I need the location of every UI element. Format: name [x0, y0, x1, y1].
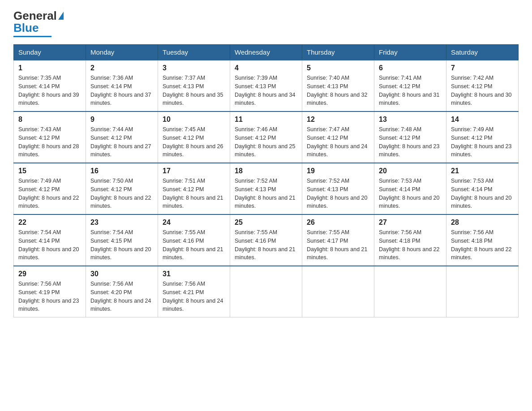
day-number: 21 — [451, 167, 514, 175]
day-info: Sunrise: 7:55 AM Sunset: 4:17 PM Dayligh… — [307, 228, 369, 262]
day-number: 11 — [235, 116, 297, 124]
week-row-2: 8 Sunrise: 7:43 AM Sunset: 4:12 PM Dayli… — [14, 111, 519, 163]
calendar-cell: 9 Sunrise: 7:44 AM Sunset: 4:12 PM Dayli… — [86, 111, 158, 163]
day-number: 19 — [307, 167, 369, 175]
day-info: Sunrise: 7:53 AM Sunset: 4:14 PM Dayligh… — [451, 177, 514, 210]
column-header-thursday: Thursday — [302, 45, 374, 60]
calendar-cell: 30 Sunrise: 7:56 AM Sunset: 4:20 PM Dayl… — [86, 266, 158, 317]
calendar-cell: 26 Sunrise: 7:55 AM Sunset: 4:17 PM Dayl… — [302, 214, 374, 266]
day-number: 10 — [163, 116, 225, 124]
calendar-cell: 19 Sunrise: 7:52 AM Sunset: 4:13 PM Dayl… — [302, 163, 374, 214]
day-number: 14 — [451, 116, 514, 124]
calendar-cell: 27 Sunrise: 7:56 AM Sunset: 4:18 PM Dayl… — [374, 214, 446, 266]
column-header-saturday: Saturday — [446, 45, 519, 60]
day-number: 31 — [163, 270, 225, 278]
calendar-header-row: SundayMondayTuesdayWednesdayThursdayFrid… — [14, 45, 519, 60]
column-header-monday: Monday — [86, 45, 158, 60]
day-number: 6 — [379, 64, 442, 72]
day-number: 1 — [18, 64, 81, 72]
column-header-wednesday: Wednesday — [230, 45, 302, 60]
calendar-cell: 16 Sunrise: 7:50 AM Sunset: 4:12 PM Dayl… — [86, 163, 158, 214]
calendar-cell: 11 Sunrise: 7:46 AM Sunset: 4:12 PM Dayl… — [230, 111, 302, 163]
day-info: Sunrise: 7:49 AM Sunset: 4:12 PM Dayligh… — [18, 177, 81, 210]
logo-blue: Blue — [13, 21, 39, 35]
calendar-cell: 4 Sunrise: 7:39 AM Sunset: 4:13 PM Dayli… — [230, 60, 302, 111]
calendar-cell: 23 Sunrise: 7:54 AM Sunset: 4:15 PM Dayl… — [86, 214, 158, 266]
calendar-cell: 25 Sunrise: 7:55 AM Sunset: 4:16 PM Dayl… — [230, 214, 302, 266]
week-row-4: 22 Sunrise: 7:54 AM Sunset: 4:14 PM Dayl… — [14, 214, 519, 266]
day-number: 5 — [307, 64, 369, 72]
day-number: 2 — [90, 64, 153, 72]
day-info: Sunrise: 7:50 AM Sunset: 4:12 PM Dayligh… — [90, 177, 153, 210]
calendar-cell: 17 Sunrise: 7:51 AM Sunset: 4:12 PM Dayl… — [158, 163, 230, 214]
calendar-cell: 15 Sunrise: 7:49 AM Sunset: 4:12 PM Dayl… — [14, 163, 86, 214]
calendar-cell: 22 Sunrise: 7:54 AM Sunset: 4:14 PM Dayl… — [14, 214, 86, 266]
calendar-cell: 21 Sunrise: 7:53 AM Sunset: 4:14 PM Dayl… — [446, 163, 519, 214]
day-number: 27 — [379, 218, 442, 227]
day-info: Sunrise: 7:56 AM Sunset: 4:19 PM Dayligh… — [18, 280, 81, 313]
calendar-cell: 13 Sunrise: 7:48 AM Sunset: 4:12 PM Dayl… — [374, 111, 446, 163]
day-number: 25 — [235, 218, 297, 227]
day-info: Sunrise: 7:55 AM Sunset: 4:16 PM Dayligh… — [163, 228, 225, 262]
day-info: Sunrise: 7:56 AM Sunset: 4:18 PM Dayligh… — [451, 228, 514, 262]
day-number: 15 — [18, 167, 81, 175]
day-number: 29 — [18, 270, 81, 278]
day-info: Sunrise: 7:56 AM Sunset: 4:21 PM Dayligh… — [163, 280, 225, 313]
day-number: 9 — [90, 116, 153, 124]
calendar-cell: 28 Sunrise: 7:56 AM Sunset: 4:18 PM Dayl… — [446, 214, 519, 266]
calendar-cell: 2 Sunrise: 7:36 AM Sunset: 4:14 PM Dayli… — [86, 60, 158, 111]
day-number: 22 — [18, 218, 81, 227]
day-info: Sunrise: 7:52 AM Sunset: 4:13 PM Dayligh… — [307, 177, 369, 210]
calendar-cell: 1 Sunrise: 7:35 AM Sunset: 4:14 PM Dayli… — [14, 60, 86, 111]
day-info: Sunrise: 7:42 AM Sunset: 4:12 PM Dayligh… — [451, 74, 514, 107]
week-row-3: 15 Sunrise: 7:49 AM Sunset: 4:12 PM Dayl… — [14, 163, 519, 214]
logo-underline — [13, 36, 51, 37]
calendar-cell: 10 Sunrise: 7:45 AM Sunset: 4:12 PM Dayl… — [158, 111, 230, 163]
day-info: Sunrise: 7:36 AM Sunset: 4:14 PM Dayligh… — [90, 74, 153, 107]
calendar-cell: 20 Sunrise: 7:53 AM Sunset: 4:14 PM Dayl… — [374, 163, 446, 214]
day-number: 16 — [90, 167, 153, 175]
day-info: Sunrise: 7:46 AM Sunset: 4:12 PM Dayligh… — [235, 125, 297, 159]
calendar-cell — [374, 266, 446, 317]
day-number: 13 — [379, 116, 442, 124]
calendar-cell: 7 Sunrise: 7:42 AM Sunset: 4:12 PM Dayli… — [446, 60, 519, 111]
day-info: Sunrise: 7:56 AM Sunset: 4:20 PM Dayligh… — [90, 280, 153, 313]
day-number: 20 — [379, 167, 442, 175]
week-row-5: 29 Sunrise: 7:56 AM Sunset: 4:19 PM Dayl… — [14, 266, 519, 317]
day-number: 7 — [451, 64, 514, 72]
day-number: 28 — [451, 218, 514, 227]
day-number: 24 — [163, 218, 225, 227]
column-header-tuesday: Tuesday — [158, 45, 230, 60]
column-header-sunday: Sunday — [14, 45, 86, 60]
day-info: Sunrise: 7:48 AM Sunset: 4:12 PM Dayligh… — [379, 125, 442, 159]
day-number: 26 — [307, 218, 369, 227]
day-number: 23 — [90, 218, 153, 227]
calendar-cell: 24 Sunrise: 7:55 AM Sunset: 4:16 PM Dayl… — [158, 214, 230, 266]
day-info: Sunrise: 7:55 AM Sunset: 4:16 PM Dayligh… — [235, 228, 297, 262]
day-info: Sunrise: 7:43 AM Sunset: 4:12 PM Dayligh… — [18, 125, 81, 159]
day-info: Sunrise: 7:45 AM Sunset: 4:12 PM Dayligh… — [163, 125, 225, 159]
day-info: Sunrise: 7:35 AM Sunset: 4:14 PM Dayligh… — [18, 74, 81, 107]
calendar-cell: 3 Sunrise: 7:37 AM Sunset: 4:13 PM Dayli… — [158, 60, 230, 111]
day-info: Sunrise: 7:52 AM Sunset: 4:13 PM Dayligh… — [235, 177, 297, 210]
day-info: Sunrise: 7:53 AM Sunset: 4:14 PM Dayligh… — [379, 177, 442, 210]
day-number: 8 — [18, 116, 81, 124]
column-header-friday: Friday — [374, 45, 446, 60]
calendar-table: SundayMondayTuesdayWednesdayThursdayFrid… — [13, 44, 519, 317]
day-info: Sunrise: 7:56 AM Sunset: 4:18 PM Dayligh… — [379, 228, 442, 262]
day-info: Sunrise: 7:44 AM Sunset: 4:12 PM Dayligh… — [90, 125, 153, 159]
day-info: Sunrise: 7:39 AM Sunset: 4:13 PM Dayligh… — [235, 74, 297, 107]
day-info: Sunrise: 7:54 AM Sunset: 4:15 PM Dayligh… — [90, 228, 153, 262]
calendar-cell — [302, 266, 374, 317]
calendar-cell: 18 Sunrise: 7:52 AM Sunset: 4:13 PM Dayl… — [230, 163, 302, 214]
day-info: Sunrise: 7:51 AM Sunset: 4:12 PM Dayligh… — [163, 177, 225, 210]
calendar-cell: 8 Sunrise: 7:43 AM Sunset: 4:12 PM Dayli… — [14, 111, 86, 163]
day-number: 17 — [163, 167, 225, 175]
calendar-cell — [446, 266, 519, 317]
page-header: General Blue — [13, 9, 519, 37]
calendar-cell: 6 Sunrise: 7:41 AM Sunset: 4:12 PM Dayli… — [374, 60, 446, 111]
week-row-1: 1 Sunrise: 7:35 AM Sunset: 4:14 PM Dayli… — [14, 60, 519, 111]
day-info: Sunrise: 7:41 AM Sunset: 4:12 PM Dayligh… — [379, 74, 442, 107]
calendar-cell: 5 Sunrise: 7:40 AM Sunset: 4:13 PM Dayli… — [302, 60, 374, 111]
day-info: Sunrise: 7:49 AM Sunset: 4:12 PM Dayligh… — [451, 125, 514, 159]
